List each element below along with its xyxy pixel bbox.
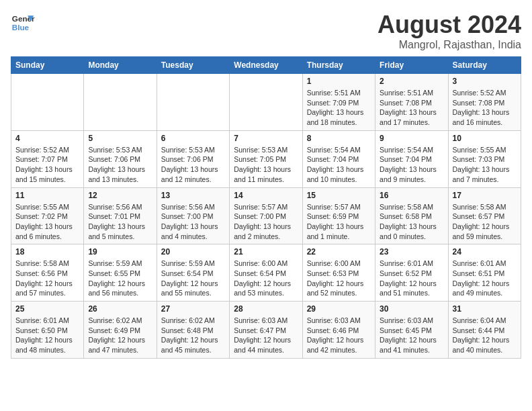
calendar-table: SundayMondayTuesdayWednesdayThursdayFrid… bbox=[11, 56, 521, 359]
cell-info: Sunrise: 6:03 AM Sunset: 6:45 PM Dayligh… bbox=[380, 316, 443, 355]
calendar-cell bbox=[157, 74, 229, 131]
logo-icon: General Blue bbox=[11, 11, 35, 35]
cell-date: 27 bbox=[161, 304, 225, 314]
calendar-cell: 14Sunrise: 5:57 AM Sunset: 7:00 PM Dayli… bbox=[230, 187, 302, 244]
calendar-cell: 4Sunrise: 5:52 AM Sunset: 7:07 PM Daylig… bbox=[11, 130, 84, 187]
cell-info: Sunrise: 5:56 AM Sunset: 7:00 PM Dayligh… bbox=[161, 202, 225, 242]
cell-info: Sunrise: 5:51 AM Sunset: 7:09 PM Dayligh… bbox=[307, 88, 371, 128]
calendar-cell: 15Sunrise: 5:57 AM Sunset: 6:59 PM Dayli… bbox=[302, 187, 375, 244]
cell-info: Sunrise: 6:04 AM Sunset: 6:44 PM Dayligh… bbox=[453, 316, 517, 355]
calendar-cell: 27Sunrise: 6:02 AM Sunset: 6:48 PM Dayli… bbox=[157, 302, 229, 359]
calendar-cell: 24Sunrise: 6:01 AM Sunset: 6:51 PM Dayli… bbox=[448, 244, 521, 302]
cell-date: 16 bbox=[380, 191, 443, 200]
cell-date: 29 bbox=[307, 304, 371, 314]
calendar-cell: 21Sunrise: 6:00 AM Sunset: 6:54 PM Dayli… bbox=[230, 244, 302, 302]
calendar-cell: 13Sunrise: 5:56 AM Sunset: 7:00 PM Dayli… bbox=[157, 187, 229, 244]
cell-info: Sunrise: 5:53 AM Sunset: 7:06 PM Dayligh… bbox=[161, 145, 225, 185]
day-header: Friday bbox=[375, 57, 448, 74]
cell-info: Sunrise: 5:58 AM Sunset: 6:57 PM Dayligh… bbox=[453, 202, 517, 242]
cell-date: 25 bbox=[15, 304, 79, 314]
cell-info: Sunrise: 5:52 AM Sunset: 7:08 PM Dayligh… bbox=[453, 88, 517, 128]
calendar-cell: 2Sunrise: 5:51 AM Sunset: 7:08 PM Daylig… bbox=[375, 74, 448, 131]
cell-info: Sunrise: 5:54 AM Sunset: 7:04 PM Dayligh… bbox=[307, 145, 371, 185]
svg-text:Blue: Blue bbox=[12, 23, 30, 32]
cell-date: 18 bbox=[15, 247, 79, 257]
cell-info: Sunrise: 5:51 AM Sunset: 7:08 PM Dayligh… bbox=[380, 88, 443, 128]
cell-date: 9 bbox=[380, 134, 443, 143]
cell-date: 12 bbox=[88, 191, 152, 200]
cell-date: 31 bbox=[453, 304, 517, 314]
calendar-cell: 28Sunrise: 6:03 AM Sunset: 6:47 PM Dayli… bbox=[230, 302, 302, 359]
calendar-cell: 25Sunrise: 6:01 AM Sunset: 6:50 PM Dayli… bbox=[11, 302, 84, 359]
cell-date: 20 bbox=[161, 247, 225, 257]
cell-info: Sunrise: 5:57 AM Sunset: 7:00 PM Dayligh… bbox=[234, 202, 298, 242]
cell-info: Sunrise: 6:03 AM Sunset: 6:47 PM Dayligh… bbox=[234, 316, 298, 355]
cell-info: Sunrise: 6:03 AM Sunset: 6:46 PM Dayligh… bbox=[307, 316, 371, 355]
cell-info: Sunrise: 5:59 AM Sunset: 6:55 PM Dayligh… bbox=[88, 259, 152, 298]
cell-info: Sunrise: 5:52 AM Sunset: 7:07 PM Dayligh… bbox=[15, 145, 79, 185]
calendar-cell: 8Sunrise: 5:54 AM Sunset: 7:04 PM Daylig… bbox=[302, 130, 375, 187]
cell-date: 26 bbox=[88, 304, 152, 314]
calendar-cell: 30Sunrise: 6:03 AM Sunset: 6:45 PM Dayli… bbox=[375, 302, 448, 359]
cell-date: 4 bbox=[15, 134, 79, 143]
calendar-cell: 12Sunrise: 5:56 AM Sunset: 7:01 PM Dayli… bbox=[84, 187, 157, 244]
cell-date: 1 bbox=[307, 77, 371, 86]
cell-date: 5 bbox=[88, 134, 152, 143]
cell-date: 19 bbox=[88, 247, 152, 257]
calendar-cell: 11Sunrise: 5:55 AM Sunset: 7:02 PM Dayli… bbox=[11, 187, 84, 244]
cell-info: Sunrise: 6:02 AM Sunset: 6:49 PM Dayligh… bbox=[88, 316, 152, 355]
calendar-cell: 23Sunrise: 6:01 AM Sunset: 6:52 PM Dayli… bbox=[375, 244, 448, 302]
cell-date: 30 bbox=[380, 304, 443, 314]
day-header: Tuesday bbox=[157, 57, 229, 74]
calendar-cell: 5Sunrise: 5:53 AM Sunset: 7:06 PM Daylig… bbox=[84, 130, 157, 187]
cell-info: Sunrise: 6:01 AM Sunset: 6:52 PM Dayligh… bbox=[380, 259, 443, 298]
calendar-cell bbox=[84, 74, 157, 131]
cell-date: 7 bbox=[234, 134, 298, 143]
calendar-cell: 17Sunrise: 5:58 AM Sunset: 6:57 PM Dayli… bbox=[448, 187, 521, 244]
title-block: August 2024 Mangrol, Rajasthan, India bbox=[378, 11, 521, 51]
cell-info: Sunrise: 5:53 AM Sunset: 7:06 PM Dayligh… bbox=[88, 145, 152, 185]
calendar-cell: 29Sunrise: 6:03 AM Sunset: 6:46 PM Dayli… bbox=[302, 302, 375, 359]
cell-date: 10 bbox=[453, 134, 517, 143]
cell-date: 22 bbox=[307, 247, 371, 257]
cell-date: 15 bbox=[307, 191, 371, 200]
calendar-cell: 3Sunrise: 5:52 AM Sunset: 7:08 PM Daylig… bbox=[448, 74, 521, 131]
main-title: August 2024 bbox=[378, 11, 521, 39]
day-header: Wednesday bbox=[230, 57, 302, 74]
calendar-body: 1Sunrise: 5:51 AM Sunset: 7:09 PM Daylig… bbox=[11, 74, 521, 359]
cell-info: Sunrise: 6:01 AM Sunset: 6:51 PM Dayligh… bbox=[453, 259, 517, 298]
calendar-cell: 22Sunrise: 6:00 AM Sunset: 6:53 PM Dayli… bbox=[302, 244, 375, 302]
cell-info: Sunrise: 6:02 AM Sunset: 6:48 PM Dayligh… bbox=[161, 316, 225, 355]
cell-date: 17 bbox=[453, 191, 517, 200]
cell-info: Sunrise: 5:55 AM Sunset: 7:03 PM Dayligh… bbox=[453, 145, 517, 185]
subtitle: Mangrol, Rajasthan, India bbox=[378, 39, 521, 51]
cell-info: Sunrise: 5:54 AM Sunset: 7:04 PM Dayligh… bbox=[380, 145, 443, 185]
cell-info: Sunrise: 5:59 AM Sunset: 6:54 PM Dayligh… bbox=[161, 259, 225, 298]
day-header: Sunday bbox=[11, 57, 84, 74]
calendar-cell: 10Sunrise: 5:55 AM Sunset: 7:03 PM Dayli… bbox=[448, 130, 521, 187]
calendar-header: SundayMondayTuesdayWednesdayThursdayFrid… bbox=[11, 57, 521, 74]
day-header: Saturday bbox=[448, 57, 521, 74]
cell-info: Sunrise: 6:00 AM Sunset: 6:54 PM Dayligh… bbox=[234, 259, 298, 298]
calendar-cell: 1Sunrise: 5:51 AM Sunset: 7:09 PM Daylig… bbox=[302, 74, 375, 131]
cell-date: 24 bbox=[453, 247, 517, 257]
cell-info: Sunrise: 5:58 AM Sunset: 6:56 PM Dayligh… bbox=[15, 259, 79, 298]
cell-date: 28 bbox=[234, 304, 298, 314]
calendar-cell: 6Sunrise: 5:53 AM Sunset: 7:06 PM Daylig… bbox=[157, 130, 229, 187]
day-header: Thursday bbox=[302, 57, 375, 74]
calendar-cell: 20Sunrise: 5:59 AM Sunset: 6:54 PM Dayli… bbox=[157, 244, 229, 302]
calendar-cell bbox=[11, 74, 84, 131]
day-header: Monday bbox=[84, 57, 157, 74]
page-header: General Blue August 2024 Mangrol, Rajast… bbox=[11, 11, 521, 51]
cell-info: Sunrise: 5:53 AM Sunset: 7:05 PM Dayligh… bbox=[234, 145, 298, 185]
calendar-cell: 16Sunrise: 5:58 AM Sunset: 6:58 PM Dayli… bbox=[375, 187, 448, 244]
cell-info: Sunrise: 5:55 AM Sunset: 7:02 PM Dayligh… bbox=[15, 202, 79, 242]
calendar-cell: 7Sunrise: 5:53 AM Sunset: 7:05 PM Daylig… bbox=[230, 130, 302, 187]
cell-info: Sunrise: 5:57 AM Sunset: 6:59 PM Dayligh… bbox=[307, 202, 371, 242]
cell-info: Sunrise: 6:01 AM Sunset: 6:50 PM Dayligh… bbox=[15, 316, 79, 355]
cell-date: 13 bbox=[161, 191, 225, 200]
cell-date: 21 bbox=[234, 247, 298, 257]
cell-date: 3 bbox=[453, 77, 517, 86]
calendar-cell: 26Sunrise: 6:02 AM Sunset: 6:49 PM Dayli… bbox=[84, 302, 157, 359]
calendar-cell bbox=[230, 74, 302, 131]
